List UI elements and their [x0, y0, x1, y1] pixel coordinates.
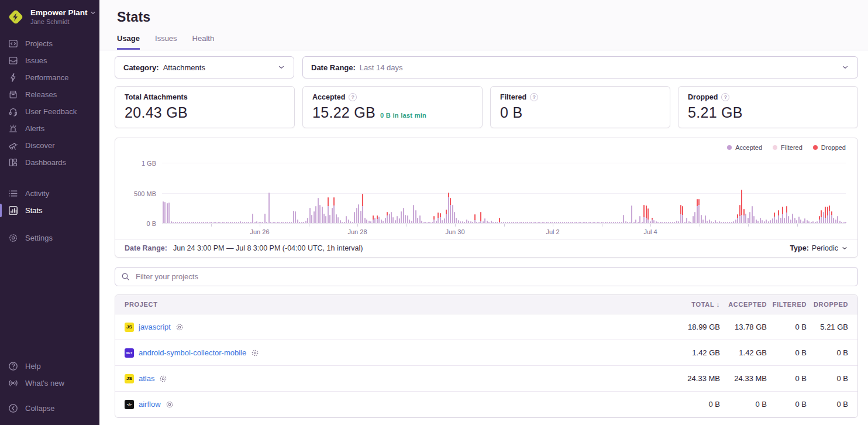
- stat-card-title: Accepted: [312, 93, 345, 101]
- sidebar-item-projects[interactable]: Projects: [0, 35, 99, 52]
- help-circle-icon[interactable]: ?: [721, 93, 729, 101]
- sidebar-item-issues[interactable]: Issues: [0, 52, 99, 69]
- sidebar-item-dashboards[interactable]: Dashboards: [0, 154, 99, 171]
- help-circle-icon[interactable]: ?: [530, 93, 538, 101]
- chart-type-select[interactable]: Type: Periodic: [790, 244, 848, 252]
- chart-daterange-value: Jun 24 3:00 PM — Jul 8 3:00 PM (-04:00 U…: [173, 244, 363, 252]
- stat-card-title: Dropped: [688, 93, 718, 101]
- sidebar-item-stats[interactable]: Stats: [0, 202, 99, 219]
- project-settings-gear-icon[interactable]: [159, 375, 167, 383]
- user-name: Jane Schmidt: [30, 18, 96, 25]
- page-title: Stats: [117, 9, 850, 25]
- project-settings-gear-icon[interactable]: [166, 400, 174, 409]
- stat-card-title: Total Attachments: [125, 93, 188, 101]
- legend-accepted[interactable]: Accepted: [727, 144, 762, 151]
- sidebar-item-label: Issues: [25, 56, 47, 65]
- sidebar-item-label: Help: [25, 362, 41, 371]
- cell-accepted: 24.33 MB: [720, 374, 767, 383]
- y-tick-label: 0 B: [146, 220, 156, 227]
- legend-dot-dropped: [813, 145, 818, 150]
- column-header-dropped[interactable]: DROPPED: [807, 301, 848, 308]
- tab-health[interactable]: Health: [192, 34, 215, 50]
- column-header-filtered[interactable]: FILTERED: [767, 301, 807, 308]
- help-circle-icon[interactable]: ?: [349, 93, 357, 101]
- chart-daterange-label: Date Range:: [125, 244, 167, 252]
- sidebar-item-releases[interactable]: Releases: [0, 86, 99, 103]
- chart-bars: [162, 156, 846, 223]
- legend-dot-accepted: [727, 145, 732, 150]
- project-filter-input[interactable]: [135, 272, 852, 282]
- table-row: JS javascript 18.99 GB 13.78 GB 0 B 5.21…: [115, 314, 857, 340]
- project-link[interactable]: android-symbol-collector-mobile: [139, 348, 246, 357]
- alerts-icon: [8, 124, 18, 133]
- daterange-select[interactable]: Date Range: Last 14 days: [302, 56, 858, 78]
- column-header-accepted[interactable]: ACCEPTED: [720, 301, 767, 308]
- cell-accepted: 0 B: [720, 400, 767, 409]
- chevron-down-icon: [841, 245, 848, 252]
- activity-icon: [8, 188, 18, 198]
- sidebar-item-user-feedback[interactable]: User Feedback: [0, 103, 99, 120]
- sidebar-item-alerts[interactable]: Alerts: [0, 120, 99, 137]
- project-link[interactable]: javascript: [139, 323, 171, 331]
- chart-plot: 1 GB 500 MB 0 B: [162, 156, 846, 224]
- project-link[interactable]: atlas: [139, 374, 154, 383]
- sidebar-item-label: Projects: [25, 39, 53, 48]
- sidebar-item-whats-new[interactable]: What's new: [0, 375, 99, 392]
- sidebar-item-settings[interactable]: Settings: [0, 229, 99, 246]
- cell-filtered: 0 B: [767, 400, 807, 409]
- sidebar-item-discover[interactable]: Discover: [0, 137, 99, 154]
- help-icon: [8, 361, 18, 371]
- chart-x-axis: Jun 26Jun 28Jun 30Jul 2Jul 4: [162, 224, 846, 238]
- column-header-project[interactable]: PROJECT: [125, 301, 666, 308]
- chart-footer: Date Range: Jun 24 3:00 PM — Jul 8 3:00 …: [115, 239, 857, 257]
- project-settings-gear-icon[interactable]: [251, 349, 259, 357]
- sidebar-item-label: Collapse: [25, 404, 55, 413]
- project-link[interactable]: airflow: [139, 400, 161, 409]
- content: Category: Attachments Date Range: Last 1…: [99, 50, 868, 425]
- chart-type-value: Periodic: [812, 244, 838, 252]
- sidebar-item-label: Alerts: [25, 124, 44, 133]
- sentry-org-logo-icon: [7, 8, 25, 26]
- column-header-total[interactable]: TOTAL ↓: [666, 301, 720, 308]
- legend-label: Dropped: [821, 144, 846, 151]
- y-tick-label: 500 MB: [134, 190, 156, 197]
- x-tick-label: Jun 26: [250, 228, 269, 235]
- performance-icon: [8, 73, 18, 83]
- stat-cards-row: Total Attachments 20.43 GB Accepted ? 15…: [115, 86, 858, 128]
- stat-card-dropped: Dropped ? 5.21 GB: [678, 86, 858, 128]
- stat-card-filtered: Filtered ? 0 B: [490, 86, 670, 128]
- sidebar-item-label: Settings: [25, 234, 53, 242]
- sidebar-item-label: Discover: [25, 141, 55, 150]
- platform-badge-javascript: JS: [125, 374, 134, 383]
- tab-usage[interactable]: Usage: [117, 34, 140, 50]
- sidebar-item-performance[interactable]: Performance: [0, 69, 99, 86]
- stat-card-title: Filtered: [500, 93, 526, 101]
- cell-accepted: 13.78 GB: [720, 323, 767, 331]
- stat-card-accepted: Accepted ? 15.22 GB 0 B in last min: [302, 86, 483, 128]
- platform-badge-dotnet: NET: [125, 348, 134, 358]
- legend-filtered[interactable]: Filtered: [773, 144, 802, 151]
- project-filter-bar: [115, 267, 858, 286]
- sidebar-item-label: What's new: [25, 379, 64, 388]
- category-label: Category:: [123, 63, 159, 72]
- app-root: Empower Plant Jane Schmidt Projects Issu…: [0, 0, 868, 425]
- sidebar-item-label: Performance: [25, 73, 68, 82]
- chevron-down-icon: [841, 63, 849, 71]
- category-select[interactable]: Category: Attachments: [115, 56, 294, 78]
- sidebar-item-label: Dashboards: [25, 158, 66, 167]
- project-settings-gear-icon[interactable]: [175, 323, 184, 331]
- platform-badge-code: </>: [125, 400, 134, 409]
- legend-dot-filtered: [773, 145, 777, 150]
- cell-total: 18.99 GB: [666, 323, 720, 331]
- dashboards-icon: [8, 157, 18, 167]
- x-tick-label: Jun 30: [445, 228, 464, 235]
- sidebar-nav-main: Projects Issues Performance Releases Use…: [0, 35, 99, 171]
- org-switcher[interactable]: Empower Plant Jane Schmidt: [0, 0, 99, 29]
- cell-total: 24.33 MB: [666, 374, 720, 383]
- sidebar-collapse-button[interactable]: Collapse: [0, 400, 99, 417]
- tab-issues[interactable]: Issues: [155, 34, 177, 50]
- sidebar-item-activity[interactable]: Activity: [0, 185, 99, 202]
- cell-dropped: 0 B: [807, 374, 848, 383]
- legend-dropped[interactable]: Dropped: [813, 144, 846, 151]
- sidebar-item-help[interactable]: Help: [0, 358, 99, 375]
